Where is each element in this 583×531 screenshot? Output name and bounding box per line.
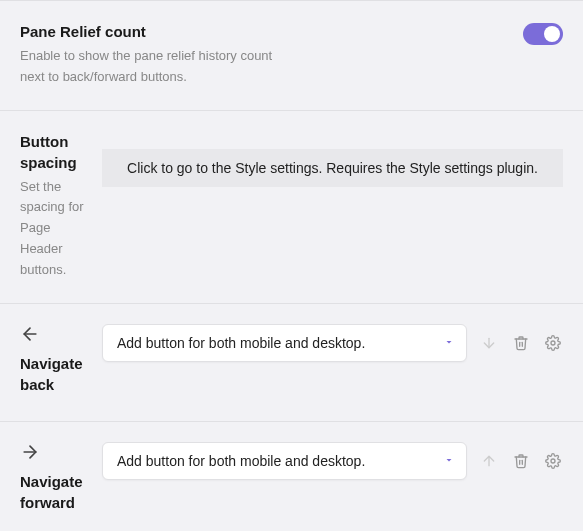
setting-button-spacing: Button spacing Set the spacing for Page … xyxy=(0,110,583,303)
setting-navigate-back: Navigate back Add button for both mobile… xyxy=(0,303,583,421)
pane-relief-toggle[interactable] xyxy=(523,23,563,45)
arrow-right-icon xyxy=(20,442,90,465)
settings-button[interactable] xyxy=(543,333,563,353)
style-settings-button[interactable]: Click to go to the Style settings. Requi… xyxy=(102,149,563,187)
setting-name: Navigate back xyxy=(20,353,90,395)
delete-button[interactable] xyxy=(511,333,531,353)
delete-button[interactable] xyxy=(511,451,531,471)
setting-control: Add button for both mobile and desktop. xyxy=(102,324,563,362)
svg-point-2 xyxy=(551,341,555,345)
setting-name: Pane Relief count xyxy=(20,21,286,42)
setting-desc: Set the spacing for Page Header buttons. xyxy=(20,177,90,281)
setting-info: Pane Relief count Enable to show the pan… xyxy=(20,21,286,88)
setting-name: Button spacing xyxy=(20,131,90,173)
setting-info: Navigate forward xyxy=(20,442,90,517)
setting-desc: Enable to show the pane relief history c… xyxy=(20,46,286,88)
setting-name: Navigate forward xyxy=(20,471,90,513)
setting-control: Click to go to the Style settings. Requi… xyxy=(102,131,563,187)
setting-control: Add button for both mobile and desktop. xyxy=(102,442,563,480)
move-down-button[interactable] xyxy=(479,333,499,353)
select-wrap: Add button for both mobile and desktop. xyxy=(102,442,467,480)
arrow-left-icon xyxy=(20,324,90,347)
setting-info: Navigate back xyxy=(20,324,90,399)
move-up-button[interactable] xyxy=(479,451,499,471)
setting-pane-relief: Pane Relief count Enable to show the pan… xyxy=(0,0,583,110)
settings-button[interactable] xyxy=(543,451,563,471)
navigate-forward-select[interactable]: Add button for both mobile and desktop. xyxy=(102,442,467,480)
navigate-back-select[interactable]: Add button for both mobile and desktop. xyxy=(102,324,467,362)
setting-control xyxy=(298,21,564,45)
setting-info: Button spacing Set the spacing for Page … xyxy=(20,131,90,281)
setting-navigate-forward: Navigate forward Add button for both mob… xyxy=(0,421,583,531)
select-wrap: Add button for both mobile and desktop. xyxy=(102,324,467,362)
svg-point-5 xyxy=(551,459,555,463)
